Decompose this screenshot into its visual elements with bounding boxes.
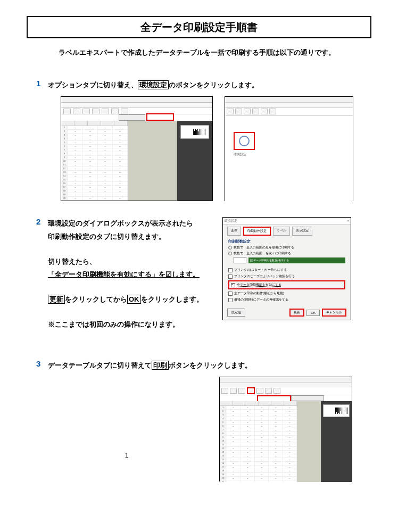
default-button[interactable]: 既定値 bbox=[227, 309, 245, 317]
env-settings-button[interactable] bbox=[234, 132, 255, 150]
toolbar-btn[interactable] bbox=[273, 388, 280, 394]
data-grid[interactable]: 1-------- 2-------- 3-------- 4-------- … bbox=[61, 121, 128, 201]
step-2-mid-a: をクリックしてから bbox=[65, 295, 127, 303]
page: 全データ印刷設定手順書 ラベルエキスパートで作成したデータテーブルを一括で印刷す… bbox=[0, 0, 398, 508]
dialog-tab[interactable]: 全体 bbox=[227, 227, 241, 236]
copies-input[interactable] bbox=[234, 257, 246, 263]
dialog-title: 環境設定 bbox=[225, 219, 237, 223]
step-1-post: のボタンをクリックします。 bbox=[169, 81, 259, 89]
tab[interactable] bbox=[291, 395, 324, 401]
ok-button-fake[interactable]: OK bbox=[306, 310, 320, 316]
toolbar-btn[interactable] bbox=[227, 109, 234, 114]
green-button[interactable]: [全データ印刷の枚数]を表示する bbox=[248, 257, 345, 263]
barcode-icon bbox=[335, 408, 348, 414]
toolbar-btn[interactable] bbox=[63, 109, 71, 114]
step-3-pre: データテーブルタブに切り替えて bbox=[48, 361, 152, 369]
screenshot-3: 1---------- 2---------- 3---------- 4---… bbox=[219, 377, 352, 481]
chk-extra2[interactable]: 最後の印刷時にデータの再確認をする bbox=[228, 297, 345, 302]
screenshot-1a: 1-------- 2-------- 3-------- 4-------- … bbox=[61, 96, 213, 201]
gear-icon bbox=[239, 136, 250, 146]
icon-caption: 環境設定 bbox=[234, 152, 246, 157]
chk-label: 最後の印刷時にデータの再確認をする bbox=[234, 297, 288, 302]
toolbar-btn[interactable] bbox=[82, 109, 90, 114]
chk-main-label: 全データ印刷機能を有効にする bbox=[237, 282, 281, 287]
screenshot-dialog: 環境設定 × 全体 印刷動作設定 ラベル 表示設定 印刷部数設定 枚数で 全入力… bbox=[222, 217, 351, 320]
radio-2[interactable]: 枚数で 全入力範囲 を次々に印刷する bbox=[228, 251, 345, 256]
step-3-number: 3 bbox=[36, 359, 48, 368]
chk-beep[interactable]: プリンタのビープによりバッジ確認を行う bbox=[228, 274, 345, 279]
document-title: 全データ印刷設定手順書 bbox=[27, 16, 371, 38]
chk-enable-all-data-print[interactable]: 全データ印刷機能を有効にする bbox=[228, 280, 345, 289]
toolbar-btn[interactable] bbox=[230, 388, 237, 394]
label-canvas bbox=[297, 401, 321, 482]
page-number: 1 bbox=[125, 452, 129, 459]
step-1-pre: オプションタブに切り替え、 bbox=[48, 81, 138, 89]
dialog-tab-print[interactable]: 印刷動作設定 bbox=[243, 227, 271, 236]
chk-label: 全データ印刷の動作(最初から最後) bbox=[234, 291, 284, 296]
step-3: 3 データテーブルタブに切り替えて印刷ボタンをクリックします。 1 bbox=[36, 359, 377, 481]
toolbar-btn[interactable] bbox=[265, 388, 272, 394]
step-2-line1: 環境設定のダイアログボックスが表示されたら bbox=[48, 219, 193, 227]
dialog-tab[interactable]: ラベル bbox=[273, 227, 290, 236]
toolbar-btn[interactable] bbox=[111, 109, 119, 114]
dialog-tab[interactable]: 表示設定 bbox=[292, 227, 312, 236]
cancel-button[interactable]: キャンセル bbox=[322, 309, 346, 317]
step-1: 1 オプションタブに切り替え、環境設定のボタンをクリックします。 bbox=[36, 79, 377, 201]
data-grid[interactable]: 1---------- 2---------- 3---------- 4---… bbox=[220, 401, 297, 482]
chk-printer-start[interactable]: プリンタの[スタート]キー待ちにする bbox=[228, 268, 345, 272]
step-1-boxed: 環境設定 bbox=[138, 80, 169, 89]
step-2-box-update: 更新 bbox=[48, 295, 65, 304]
toolbar-btn[interactable] bbox=[261, 109, 268, 114]
step-2-underline: 「全データ印刷機能を有効にする」を☑します。 bbox=[48, 270, 200, 278]
update-button[interactable]: 更新 bbox=[289, 309, 304, 317]
step-2: 2 環境設定のダイアログボックスが表示されたら 印刷動作設定のタブに切り替えます… bbox=[36, 217, 377, 343]
step-1-number: 1 bbox=[36, 79, 48, 88]
step-2-line2: 印刷動作設定のタブに切り替えます。 bbox=[48, 232, 165, 240]
step-1-text: オプションタブに切り替え、環境設定のボタンをクリックします。 bbox=[48, 79, 259, 91]
toolbar-btn[interactable] bbox=[238, 388, 245, 394]
dialog-section-title: 印刷部数設定 bbox=[228, 239, 345, 244]
preview-panel bbox=[321, 401, 352, 482]
toolbar-btn[interactable] bbox=[73, 109, 80, 114]
toolbar-btn[interactable] bbox=[102, 109, 109, 114]
toolbar-btn[interactable] bbox=[244, 109, 251, 114]
toolbar-btn[interactable] bbox=[221, 388, 228, 394]
step-2-number: 2 bbox=[36, 217, 48, 343]
close-icon[interactable]: × bbox=[347, 219, 349, 222]
toolbar-btn[interactable] bbox=[92, 109, 100, 114]
step-3-boxed: 印刷 bbox=[152, 361, 169, 370]
step-2-line3: 切り替えたら、 bbox=[48, 257, 96, 265]
barcode-icon bbox=[193, 129, 207, 135]
chk-extra1[interactable]: 全データ印刷の動作(最初から最後) bbox=[228, 291, 345, 296]
tab-option[interactable] bbox=[146, 113, 174, 121]
print-button[interactable] bbox=[247, 387, 255, 394]
toolbar-btn[interactable] bbox=[256, 388, 263, 394]
radio-1[interactable]: 枚数で 全入力範囲のみを順番に印刷する bbox=[228, 245, 345, 250]
step-2-mid-b: をクリックします。 bbox=[141, 295, 203, 303]
tab[interactable] bbox=[119, 114, 145, 121]
step-2-box-ok: OK bbox=[127, 295, 141, 304]
screenshot-1b: 環境設定 bbox=[225, 96, 353, 201]
step-3-text: データテーブルタブに切り替えて印刷ボタンをクリックします。 bbox=[48, 359, 252, 371]
toolbar-btn[interactable] bbox=[269, 109, 276, 114]
preview-panel bbox=[177, 121, 212, 201]
chk-label: プリンタのビープによりバッジ確認を行う bbox=[234, 274, 295, 279]
step-3-post: ボタンをクリックします。 bbox=[169, 361, 252, 369]
label-canvas bbox=[128, 121, 177, 201]
toolbar-btn[interactable] bbox=[121, 109, 128, 114]
toolbar-btn[interactable] bbox=[252, 109, 259, 114]
chk-label: プリンタの[スタート]キー待ちにする bbox=[234, 268, 287, 272]
radio-1-label: 枚数で 全入力範囲のみを順番に印刷する bbox=[234, 245, 294, 250]
radio-2-label: 枚数で 全入力範囲 を次々に印刷する bbox=[234, 251, 291, 256]
toolbar-btn[interactable] bbox=[235, 109, 242, 114]
intro-text: ラベルエキスパートで作成したデータテーブルを一括で印刷する手順は以下の通りです。 bbox=[59, 48, 377, 57]
step-2-note: ※ここまでは初回のみの操作になります。 bbox=[48, 318, 213, 331]
